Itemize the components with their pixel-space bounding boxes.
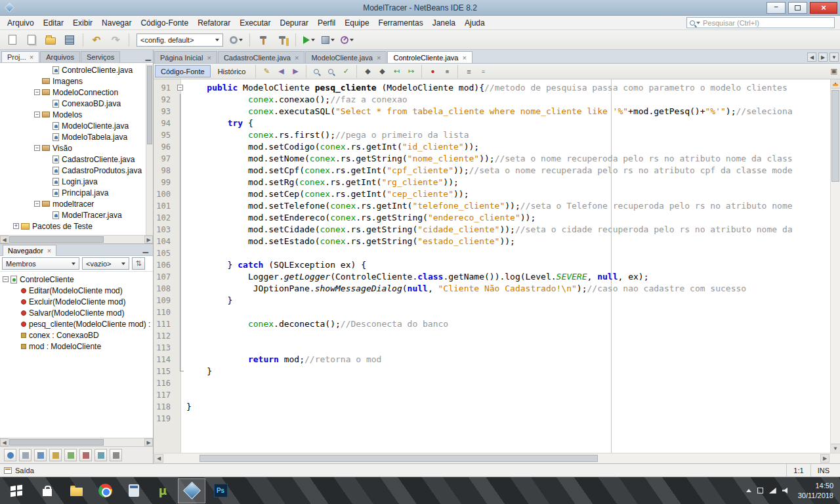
line-number[interactable]: 110 [154, 306, 176, 318]
line-number[interactable]: 114 [154, 354, 176, 366]
code-line[interactable]: 104 mod.setEstado(conex.rs.getString("es… [154, 236, 830, 247]
projects-panel-tab[interactable]: Proj...× [1, 51, 39, 62]
project-tree-item[interactable]: −Modelos [0, 109, 153, 120]
navigator-tree-item[interactable]: Editar(ModeloCliente mod) [0, 285, 153, 296]
code-line[interactable]: 109 } [154, 295, 830, 306]
stop-macro-button[interactable]: ■ [440, 65, 453, 77]
code-line[interactable]: 98 mod.setCpf(conex.rs.getInt("cpf_clien… [154, 165, 830, 177]
collapse-icon[interactable]: − [3, 276, 9, 282]
line-number[interactable]: 99 [154, 177, 176, 188]
scroll-tabs-right-icon[interactable]: ▶ [818, 52, 828, 62]
chevron-down-icon[interactable] [350, 39, 354, 41]
projects-vertical-scrollbar[interactable] [146, 64, 153, 235]
code-line[interactable]: 110 [154, 306, 830, 318]
scroll-right-icon[interactable]: ▶ [820, 454, 830, 463]
line-number[interactable]: 117 [154, 389, 176, 401]
chevron-down-icon[interactable] [311, 39, 315, 41]
code-line[interactable]: 101 mod.setTelefone(conex.rs.getInt("tel… [154, 200, 830, 212]
code-line[interactable]: 118} [154, 401, 830, 413]
code-line[interactable]: 114 return mod;//retorna o mod [154, 354, 830, 366]
split-editor-icon[interactable]: ▣ [831, 67, 837, 75]
show-non-public-button[interactable] [49, 449, 62, 461]
line-number[interactable]: 103 [154, 224, 176, 236]
config-select[interactable]: <config. default> [136, 33, 223, 47]
editor-vertical-scrollbar[interactable]: ▲ ▼ [830, 79, 840, 453]
taskbar-calculator-button[interactable] [120, 478, 148, 503]
line-number[interactable]: 97 [154, 153, 176, 165]
next-bookmark-button[interactable]: ◆ [375, 65, 388, 77]
minimize-panel-icon[interactable]: ▁ [146, 53, 151, 60]
menu-item[interactable]: Depurar [276, 17, 313, 29]
projects-panel-tab[interactable]: Arquivos [40, 51, 80, 62]
project-tree-item[interactable]: Imagens [0, 75, 153, 87]
scrollbar-thumb[interactable] [9, 236, 104, 243]
close-icon[interactable]: × [207, 54, 211, 62]
projects-horizontal-scrollbar[interactable]: ◀ ▶ [0, 235, 153, 243]
editor-horizontal-scrollbar[interactable]: ◀ ▶ [154, 453, 840, 463]
search-input[interactable] [703, 19, 831, 27]
menu-item[interactable]: Exibir [68, 17, 97, 29]
open-project-button[interactable] [42, 32, 59, 48]
project-tree-item[interactable]: Principal.java [0, 187, 153, 198]
show-inherited-button[interactable] [4, 449, 16, 461]
project-tree-item[interactable]: Login.java [0, 176, 153, 187]
line-number[interactable]: 96 [154, 141, 176, 153]
code-line[interactable]: 92 conex.conexao();//faz a conexao [154, 94, 830, 106]
collapse-icon[interactable]: − [34, 112, 40, 117]
navigator-tab[interactable]: Navegador × [3, 245, 56, 256]
project-tree-item[interactable]: CadastroProdutos.java [0, 165, 153, 176]
scroll-left-icon[interactable]: ◀ [0, 438, 9, 446]
build-project-button[interactable] [255, 32, 272, 48]
close-button[interactable] [810, 2, 837, 14]
code-line[interactable]: 116 [154, 377, 830, 389]
editor-tab[interactable]: CadastroCliente.java× [218, 51, 305, 63]
inheritance-combo[interactable]: <vazio> [82, 257, 129, 270]
maximize-button[interactable] [788, 2, 807, 14]
members-combo[interactable]: Membros [2, 257, 79, 270]
code-line[interactable]: 95 conex.rs.first();//pega o primeiro da… [154, 129, 830, 141]
taskbar-utorrent-button[interactable]: µ [149, 478, 177, 503]
navigator-tree-item[interactable]: conex : ConexaoBD [0, 329, 153, 341]
code-line[interactable]: 119 [154, 413, 830, 425]
close-icon[interactable]: × [295, 54, 299, 62]
project-tree-item[interactable]: ModeloCliente.java [0, 120, 153, 131]
line-number[interactable]: 100 [154, 188, 176, 200]
scrollbar-thumb[interactable] [831, 90, 839, 182]
navigator-tree-item[interactable]: pesq_cliente(ModeloCliente mod) : [0, 318, 153, 329]
forward-button[interactable]: ▶ [289, 65, 302, 77]
code-line[interactable]: 97 mod.setNome(conex.rs.getString("nome_… [154, 153, 830, 165]
find-selection-button[interactable] [310, 65, 324, 77]
shift-left-button[interactable]: ↤ [390, 65, 403, 77]
taskbar-store-button[interactable] [33, 478, 61, 503]
navigator-horizontal-scrollbar[interactable]: ◀ ▶ [0, 438, 153, 446]
line-number[interactable]: 91 [154, 82, 176, 94]
close-icon[interactable]: × [463, 54, 467, 62]
last-edit-button[interactable]: ✎ [260, 65, 273, 77]
project-config-button[interactable] [228, 32, 245, 48]
code-line[interactable]: 103 mod.setCidade(conex.rs.getString("ci… [154, 224, 830, 236]
line-number[interactable]: 101 [154, 200, 176, 212]
line-number[interactable]: 105 [154, 247, 176, 259]
line-number[interactable]: 102 [154, 212, 176, 224]
new-file-button[interactable] [4, 32, 21, 48]
menu-item[interactable]: Perfil [313, 17, 340, 29]
code-line[interactable]: 108 JOptionPane.showMessageDialog(null, … [154, 283, 830, 295]
find-occurrences-button[interactable] [325, 65, 338, 77]
code-line[interactable]: 117 [154, 389, 830, 401]
code-line[interactable]: 91− public ModeloCliente pesq_cliente (M… [154, 82, 830, 94]
show-fields-button[interactable] [19, 449, 32, 461]
code-line[interactable]: 113 [154, 342, 830, 354]
history-view-button[interactable]: Histórico [212, 65, 252, 77]
uncomment-button[interactable]: ≡ [476, 65, 490, 77]
line-number[interactable]: 111 [154, 318, 176, 330]
chevron-down-icon[interactable] [239, 39, 243, 41]
code-line[interactable]: 111 conex.deconecta();//Desconecta do ba… [154, 318, 830, 330]
clean-build-button[interactable] [274, 32, 291, 48]
navigator-tree-item[interactable]: −ControleCliente [0, 274, 153, 285]
taskbar-explorer-button[interactable] [62, 478, 90, 503]
line-number[interactable]: 92 [154, 94, 176, 106]
menu-item[interactable]: Executar [235, 17, 275, 29]
profile-project-button[interactable] [339, 32, 356, 48]
code-line[interactable]: 94 try { [154, 117, 830, 129]
taskbar-netbeans-button[interactable] [178, 478, 205, 503]
